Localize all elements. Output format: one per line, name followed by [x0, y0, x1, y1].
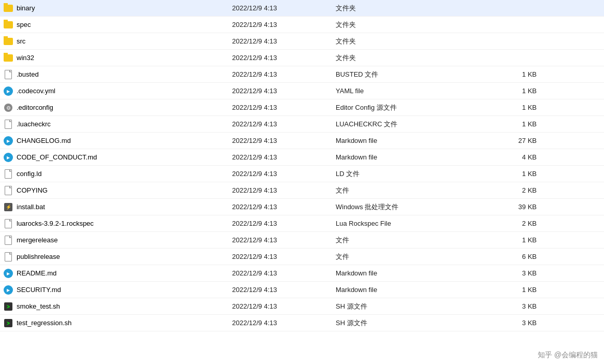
file-name-cell: .luacheckrc — [2, 119, 230, 129]
table-row[interactable]: config.ld2022/12/9 4:13LD 文件1 KB — [0, 166, 604, 182]
bat-icon — [3, 202, 13, 212]
file-date-cell: 2022/12/9 4:13 — [230, 253, 334, 260]
file-size-cell: 2 KB — [489, 186, 541, 194]
file-name-cell: .busted — [2, 69, 230, 80]
table-row[interactable]: .codecov.yml2022/12/9 4:13YAML file1 KB — [0, 83, 604, 99]
table-row[interactable]: luarocks-3.9.2-1.rockspec2022/12/9 4:13L… — [0, 215, 604, 232]
file-size-cell: 1 KB — [489, 236, 541, 244]
folder-icon — [3, 53, 13, 63]
table-row[interactable]: spec2022/12/9 4:13文件夹 — [0, 17, 604, 33]
file-size-cell: 2 KB — [489, 220, 541, 227]
table-row[interactable]: smoke_test.sh2022/12/9 4:13SH 源文件3 KB — [0, 298, 604, 315]
file-type-cell: YAML file — [334, 87, 489, 95]
file-date-cell: 2022/12/9 4:13 — [230, 137, 334, 144]
md-icon — [3, 136, 13, 146]
file-size-cell: 3 KB — [489, 269, 541, 277]
file-date-cell: 2022/12/9 4:13 — [230, 236, 334, 244]
file-name-label: src — [17, 37, 25, 45]
file-name-label: publishrelease — [17, 253, 60, 260]
generic-icon — [3, 169, 13, 179]
file-name-label: binary — [17, 4, 35, 12]
file-name-cell: publishrelease — [2, 252, 230, 262]
table-row[interactable]: SECURITY.md2022/12/9 4:13Markdown file1 … — [0, 282, 604, 298]
table-row[interactable]: CODE_OF_CONDUCT.md2022/12/9 4:13Markdown… — [0, 149, 604, 166]
folder-icon — [3, 3, 13, 13]
file-name-label: CHANGELOG.md — [17, 137, 71, 144]
file-type-cell: 文件 — [334, 236, 489, 245]
file-type-cell: 文件夹 — [334, 53, 489, 63]
table-row[interactable]: mergerelease2022/12/9 4:13文件1 KB — [0, 232, 604, 249]
file-name-label: mergerelease — [17, 236, 58, 244]
md-icon — [3, 285, 13, 295]
table-row[interactable]: src2022/12/9 4:13文件夹 — [0, 33, 604, 50]
file-date-cell: 2022/12/9 4:13 — [230, 170, 334, 178]
file-date-cell: 2022/12/9 4:13 — [230, 286, 334, 294]
file-type-cell: Markdown file — [334, 286, 489, 294]
file-name-cell: .editorconfig — [2, 103, 230, 113]
file-name-cell: spec — [2, 20, 230, 30]
file-date-cell: 2022/12/9 4:13 — [230, 153, 334, 161]
file-date-cell: 2022/12/9 4:13 — [230, 319, 334, 327]
file-name-cell: test_regression.sh — [2, 318, 230, 328]
file-size-cell: 1 KB — [489, 170, 541, 178]
file-name-label: .codecov.yml — [17, 87, 55, 95]
file-type-cell: Markdown file — [334, 269, 489, 277]
file-type-cell: Lua Rockspec File — [334, 220, 489, 227]
table-row[interactable]: .busted2022/12/9 4:13BUSTED 文件1 KB — [0, 66, 604, 83]
md-icon — [3, 152, 13, 163]
file-name-cell: src — [2, 36, 230, 47]
file-type-cell: 文件夹 — [334, 37, 489, 46]
file-name-cell: CODE_OF_CONDUCT.md — [2, 152, 230, 163]
table-row[interactable]: install.bat2022/12/9 4:13Windows 批处理文件39… — [0, 199, 604, 215]
file-size-cell: 1 KB — [489, 87, 541, 95]
sh-icon — [3, 318, 13, 328]
file-name-label: README.md — [17, 269, 56, 277]
file-size-cell: 1 KB — [489, 70, 541, 78]
file-name-label: spec — [17, 21, 31, 28]
file-size-cell: 1 KB — [489, 120, 541, 128]
file-size-cell: 6 KB — [489, 253, 541, 260]
file-type-cell: Markdown file — [334, 137, 489, 144]
sh-icon — [3, 301, 13, 312]
folder-icon — [3, 36, 13, 47]
file-name-label: .editorconfig — [17, 104, 53, 111]
file-type-cell: 文件 — [334, 252, 489, 261]
file-size-cell: 1 KB — [489, 286, 541, 294]
generic-icon — [3, 185, 13, 196]
file-name-cell: README.md — [2, 268, 230, 279]
table-row[interactable]: .luacheckrc2022/12/9 4:13LUACHECKRC 文件1 … — [0, 116, 604, 133]
md-icon — [3, 268, 13, 279]
folder-icon — [3, 20, 13, 30]
file-name-label: .luacheckrc — [17, 120, 51, 128]
file-name-cell: SECURITY.md — [2, 285, 230, 295]
file-name-label: COPYING — [17, 186, 48, 194]
file-size-cell: 3 KB — [489, 302, 541, 310]
file-name-cell: CHANGELOG.md — [2, 136, 230, 146]
file-name-label: test_regression.sh — [17, 319, 71, 327]
file-type-cell: BUSTED 文件 — [334, 70, 489, 79]
table-row[interactable]: publishrelease2022/12/9 4:13文件6 KB — [0, 249, 604, 265]
file-date-cell: 2022/12/9 4:13 — [230, 269, 334, 277]
table-row[interactable]: test_regression.sh2022/12/9 4:13SH 源文件3 … — [0, 315, 604, 331]
file-size-cell: 39 KB — [489, 203, 541, 211]
file-date-cell: 2022/12/9 4:13 — [230, 4, 334, 12]
generic-icon — [3, 252, 13, 262]
file-date-cell: 2022/12/9 4:13 — [230, 120, 334, 128]
generic-icon — [3, 69, 13, 80]
file-name-label: CODE_OF_CONDUCT.md — [17, 153, 97, 161]
file-name-label: config.ld — [17, 170, 41, 178]
table-row[interactable]: COPYING2022/12/9 4:13文件2 KB — [0, 182, 604, 199]
file-size-cell: 4 KB — [489, 153, 541, 161]
table-row[interactable]: win322022/12/9 4:13文件夹 — [0, 50, 604, 66]
table-row[interactable]: binary2022/12/9 4:13文件夹 — [0, 0, 604, 17]
file-type-cell: SH 源文件 — [334, 302, 489, 311]
table-row[interactable]: CHANGELOG.md2022/12/9 4:13Markdown file2… — [0, 133, 604, 149]
file-size-cell: 1 KB — [489, 104, 541, 111]
table-row[interactable]: .editorconfig2022/12/9 4:13Editor Config… — [0, 99, 604, 116]
file-name-cell: luarocks-3.9.2-1.rockspec — [2, 219, 230, 229]
file-name-label: luarocks-3.9.2-1.rockspec — [17, 220, 94, 227]
table-row[interactable]: README.md2022/12/9 4:13Markdown file3 KB — [0, 265, 604, 282]
file-date-cell: 2022/12/9 4:13 — [230, 203, 334, 211]
file-date-cell: 2022/12/9 4:13 — [230, 220, 334, 227]
file-name-cell: mergerelease — [2, 235, 230, 245]
